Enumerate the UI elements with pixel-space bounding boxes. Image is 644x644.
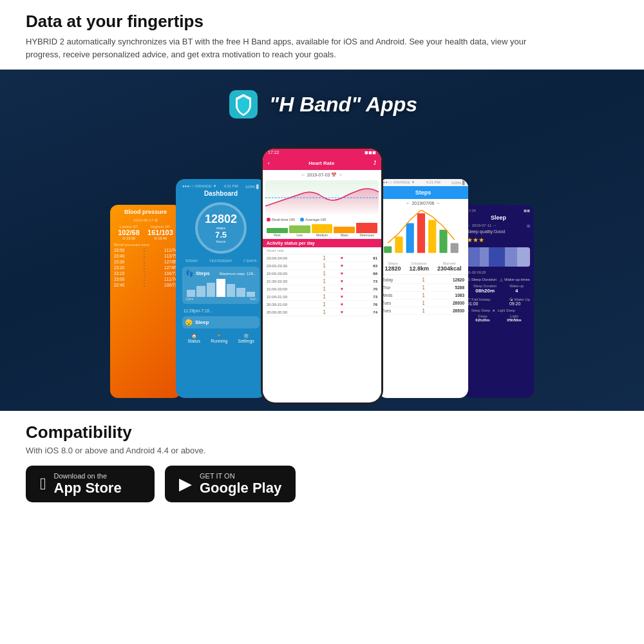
steps-phone: ●●●○○ ORANGE ▼4:21 PM100% ▊ Steps ← 2019…	[378, 179, 468, 398]
hr-table-row: 20:30-21:00🚶♥76	[263, 301, 381, 308]
sleep-phone: 17:24◼◼ Sleep ← 2019-07-11 → ⊞ Sleep qua…	[463, 205, 534, 398]
hband-title-area: "H Band" Apps	[227, 88, 417, 121]
bp-title: Blood pressure	[114, 209, 177, 215]
dashboard-phone: ●●●○○ ORANGE ▼4:21 PM100% ▊ Dashboard 12…	[176, 179, 266, 398]
hr-title: ‹ Heart Rate ⤴	[263, 156, 381, 170]
google-play-main-text: Google Play	[200, 480, 281, 496]
svg-rect-4	[406, 223, 414, 253]
heart-rate-phone: 17:22 ◼◼◼ ‹ Heart Rate ⤴ ← 2019-07-03 📅 …	[261, 147, 383, 404]
steps-table-row: Tues🚶28930	[379, 299, 467, 307]
hr-table-row: 21:00-22:00🚶♥70	[263, 285, 381, 293]
dashboard-title: Dashboard	[180, 190, 262, 197]
svg-rect-6	[428, 220, 436, 252]
hr-table-row: 23:00-23:30🚶♥83	[263, 262, 381, 270]
svg-rect-2	[384, 247, 392, 253]
svg-rect-5	[417, 213, 425, 253]
svg-rect-8	[451, 243, 459, 252]
svg-rect-3	[395, 236, 402, 253]
app-store-main-text: App Store	[54, 480, 122, 496]
hband-section: "H Band" Apps Blood pressure 2019-06-17 …	[0, 70, 644, 411]
hr-table-header: Heart rate	[263, 247, 381, 254]
steps-table-row: Today🚶12820	[379, 276, 467, 284]
shield-icon	[227, 88, 260, 121]
sleep-stars: ★★★	[467, 236, 530, 243]
hband-title: "H Band" Apps	[269, 93, 417, 117]
phones-container: Blood pressure 2019-06-17 ⊞ Lowest SP 10…	[0, 128, 644, 411]
steps-table-row: Tues🚶28930	[379, 307, 467, 315]
store-buttons-container:  Download on the App Store ▶ GET IT ON …	[26, 466, 618, 502]
svg-rect-7	[439, 230, 447, 253]
top-section: Data at your fingertips HYBRID 2 automat…	[0, 0, 644, 70]
page-title: Data at your fingertips	[26, 12, 618, 32]
steps-title: Steps	[378, 186, 468, 199]
sleep-quality: Sleep quality:Good	[467, 229, 530, 234]
hr-table-row: 21:00-21:30🚶♥73	[263, 293, 381, 301]
google-play-button[interactable]: ▶ GET IT ON Google Play	[165, 466, 296, 502]
google-play-icon: ▶	[179, 474, 192, 494]
hr-table-row: 23:00-24:00🚶♥81	[263, 254, 381, 262]
app-store-button[interactable]:  Download on the App Store	[26, 466, 155, 502]
sleep-title: Sleep	[467, 214, 530, 221]
compatibility-section: Compatibility With iOS 8.0 or above and …	[0, 411, 644, 511]
apple-icon: 	[40, 474, 46, 494]
page-description: HYBRID 2 automatically synchronizes via …	[26, 35, 528, 61]
hr-table-row: 20:00-20:30🚶♥74	[263, 308, 381, 316]
compatibility-description: With iOS 8.0 or above and Android 4.4 or…	[26, 446, 618, 455]
hr-table-row: 21:30-22:30🚶♥73	[263, 278, 381, 285]
steps-table-row: Thur🚶5288	[379, 284, 467, 292]
steps-table-row: Weds🚶1083	[379, 292, 467, 299]
hr-table-row: 22:00-23:00🚶♥68	[263, 270, 381, 278]
blood-pressure-phone: Blood pressure 2019-06-17 ⊞ Lowest SP 10…	[110, 205, 181, 398]
activity-header: Activity status per day	[263, 239, 381, 247]
compatibility-title: Compatibility	[26, 422, 618, 442]
